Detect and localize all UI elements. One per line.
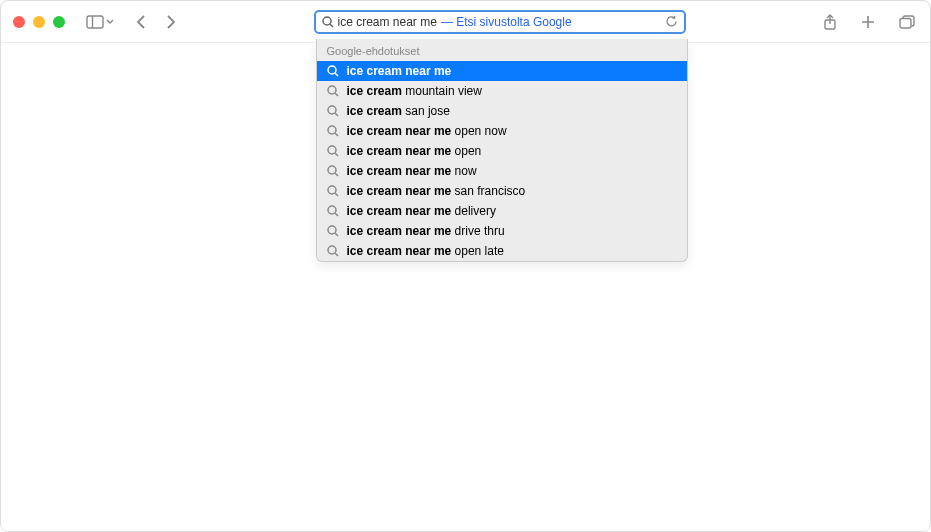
suggestion-item[interactable]: ice cream near me open late — [317, 241, 687, 261]
chevron-down-icon — [106, 19, 114, 24]
address-bar[interactable]: ice cream near me — Etsi sivustolta Goog… — [314, 10, 686, 34]
svg-line-21 — [335, 233, 338, 236]
toolbar-right-group — [820, 10, 918, 34]
svg-rect-0 — [87, 16, 103, 28]
suggestion-item[interactable]: ice cream san jose — [317, 101, 687, 121]
search-icon — [327, 165, 339, 177]
suggestion-text: ice cream near me delivery — [347, 204, 496, 218]
svg-point-22 — [328, 246, 336, 254]
suggestion-item[interactable]: ice cream near me open now — [317, 121, 687, 141]
svg-point-10 — [328, 126, 336, 134]
svg-line-7 — [335, 93, 338, 96]
suggestion-text: ice cream near me open late — [347, 244, 504, 258]
search-icon — [327, 225, 339, 237]
address-wrapper: ice cream near me — Etsi sivustolta Goog… — [195, 10, 804, 34]
suggestion-item[interactable]: ice cream near me — [317, 61, 687, 81]
search-icon — [327, 185, 339, 197]
suggestion-item[interactable]: ice cream near me open — [317, 141, 687, 161]
svg-point-18 — [328, 206, 336, 214]
nav-buttons — [133, 11, 179, 33]
suggestion-text: ice cream near me drive thru — [347, 224, 505, 238]
svg-line-9 — [335, 113, 338, 116]
plus-icon — [861, 15, 875, 29]
svg-rect-28 — [900, 18, 911, 28]
suggestions-header: Google-ehdotukset — [317, 39, 687, 61]
new-tab-button[interactable] — [858, 12, 878, 32]
sidebar-icon — [86, 15, 104, 29]
suggestion-item[interactable]: ice cream near me drive thru — [317, 221, 687, 241]
svg-point-2 — [323, 17, 331, 25]
toolbar: ice cream near me — Etsi sivustolta Goog… — [1, 1, 930, 43]
svg-point-14 — [328, 166, 336, 174]
svg-line-17 — [335, 193, 338, 196]
share-icon — [823, 13, 837, 31]
svg-point-6 — [328, 86, 336, 94]
suggestion-text: ice cream san jose — [347, 104, 450, 118]
chevron-right-icon — [166, 14, 176, 30]
suggestion-item[interactable]: ice cream near me now — [317, 161, 687, 181]
minimize-window-button[interactable] — [33, 16, 45, 28]
svg-point-4 — [328, 66, 336, 74]
search-icon — [322, 16, 334, 28]
svg-point-12 — [328, 146, 336, 154]
share-button[interactable] — [820, 10, 840, 34]
suggestion-text: ice cream near me now — [347, 164, 477, 178]
search-icon — [327, 145, 339, 157]
address-query-text: ice cream near me — [338, 15, 437, 29]
svg-line-13 — [335, 153, 338, 156]
suggestions-dropdown: Google-ehdotukset ice cream near meice c… — [316, 39, 688, 262]
svg-line-19 — [335, 213, 338, 216]
maximize-window-button[interactable] — [53, 16, 65, 28]
search-icon — [327, 85, 339, 97]
suggestion-text: ice cream near me san francisco — [347, 184, 526, 198]
window-controls — [13, 16, 65, 28]
svg-point-16 — [328, 186, 336, 194]
suggestion-text: ice cream near me open — [347, 144, 482, 158]
search-icon — [327, 105, 339, 117]
reload-icon[interactable] — [665, 15, 678, 28]
chevron-left-icon — [136, 14, 146, 30]
close-window-button[interactable] — [13, 16, 25, 28]
forward-button[interactable] — [163, 11, 179, 33]
tabs-icon — [899, 15, 915, 29]
suggestion-text: ice cream near me open now — [347, 124, 507, 138]
search-icon — [327, 65, 339, 77]
search-icon — [327, 125, 339, 137]
suggestion-item[interactable]: ice cream near me san francisco — [317, 181, 687, 201]
tabs-overview-button[interactable] — [896, 12, 918, 32]
back-button[interactable] — [133, 11, 149, 33]
svg-line-5 — [335, 73, 338, 76]
search-icon — [327, 205, 339, 217]
svg-line-23 — [335, 253, 338, 256]
suggestion-item[interactable]: ice cream near me delivery — [317, 201, 687, 221]
svg-point-8 — [328, 106, 336, 114]
svg-line-11 — [335, 133, 338, 136]
suggestion-item[interactable]: ice cream mountain view — [317, 81, 687, 101]
suggestion-text: ice cream mountain view — [347, 84, 482, 98]
suggestion-text: ice cream near me — [347, 64, 452, 78]
svg-point-20 — [328, 226, 336, 234]
svg-line-15 — [335, 173, 338, 176]
svg-line-3 — [330, 24, 333, 27]
search-icon — [327, 245, 339, 257]
address-hint-text: — Etsi sivustolta Google — [441, 15, 572, 29]
sidebar-toggle-button[interactable] — [83, 12, 117, 32]
